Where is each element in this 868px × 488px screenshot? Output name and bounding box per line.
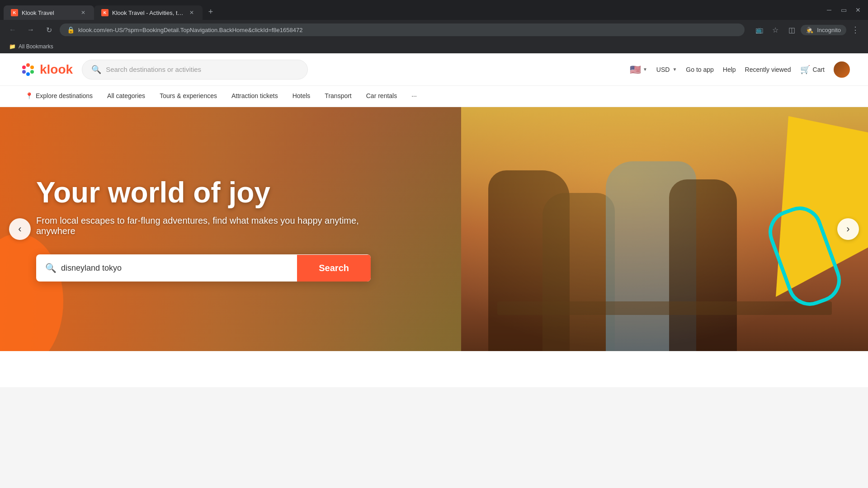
tab1-favicon: K	[11, 9, 18, 16]
browser-chrome: K Klook Travel ✕ K Klook Travel - Activi…	[0, 0, 868, 53]
incognito-label: Incognito	[817, 27, 841, 33]
hero-search-value: disneyland tokyo	[61, 263, 122, 273]
hero-subtitle: From local escapes to far-flung adventur…	[36, 216, 371, 236]
folder-icon: 📁	[9, 43, 16, 50]
close-button[interactable]: ✕	[852, 4, 864, 16]
nav-tours-experiences[interactable]: Tours & experiences	[152, 86, 224, 107]
currency-chevron-icon: ▼	[672, 67, 677, 72]
flag-icon: 🇺🇸	[630, 64, 641, 75]
reload-button[interactable]: ↻	[42, 23, 56, 37]
profile-switcher-icon[interactable]: ◫	[784, 23, 799, 37]
go-to-app-label: Go to app	[686, 66, 714, 73]
user-avatar[interactable]	[834, 61, 850, 78]
go-to-app-link[interactable]: Go to app	[686, 66, 714, 73]
nav-categories-label: All categories	[107, 92, 145, 99]
more-menu-icon[interactable]: ⋮	[848, 23, 863, 37]
tab2-favicon: K	[101, 9, 108, 16]
tab1-title: Klook Travel	[22, 9, 76, 16]
klook-logo-text: klook	[40, 62, 73, 77]
nav-hotels[interactable]: Hotels	[285, 86, 318, 107]
nav-transport[interactable]: Transport	[317, 86, 359, 107]
nav-all-categories[interactable]: All categories	[100, 86, 152, 107]
cart-icon: 🛒	[800, 65, 810, 75]
browser-toolbar: ← → ↻ 🔒 klook.com/en-US/?spm=BookingDeta…	[0, 20, 868, 40]
back-button[interactable]: ←	[5, 23, 20, 37]
tab1-close[interactable]: ✕	[80, 9, 87, 16]
hero-search-button[interactable]: Search	[297, 255, 371, 282]
toolbar-actions: 📺 ☆ ◫ 🕵️ Incognito ⋮	[752, 23, 863, 37]
header-search-placeholder: Search destinations or activities	[106, 66, 201, 73]
svg-point-6	[22, 66, 26, 69]
hero-search-field[interactable]: 🔍 disneyland tokyo	[36, 254, 297, 282]
nav-attraction-tickets[interactable]: Attraction tickets	[224, 86, 285, 107]
bookmarks-folder[interactable]: 📁 All Bookmarks	[5, 42, 57, 52]
klook-website: klook 🔍 Search destinations or activitie…	[0, 53, 868, 387]
header-search-icon: 🔍	[91, 65, 101, 75]
tab2-close[interactable]: ✕	[188, 9, 195, 16]
maximize-button[interactable]: ▭	[837, 4, 850, 16]
bookmarks-label: All Bookmarks	[19, 43, 53, 50]
hero-next-button[interactable]: ›	[837, 218, 859, 240]
address-icon: 🔒	[67, 26, 75, 33]
hero-next-icon: ›	[846, 223, 849, 235]
new-tab-button[interactable]: +	[203, 4, 219, 20]
svg-point-4	[26, 72, 30, 76]
window-controls: ─ ▭ ✕	[823, 4, 868, 16]
site-header: klook 🔍 Search destinations or activitie…	[0, 53, 868, 86]
help-label: Help	[723, 66, 736, 73]
forward-button[interactable]: →	[24, 23, 38, 37]
hero-search-box: 🔍 disneyland tokyo Search	[36, 254, 371, 282]
nav-car-label: Car rentals	[366, 92, 397, 99]
svg-point-1	[26, 63, 30, 67]
nav-attractions-label: Attraction tickets	[231, 92, 278, 99]
hero-prev-icon: ‹	[18, 223, 21, 235]
nav-explore-destinations[interactable]: 📍 Explore destinations	[18, 86, 100, 107]
nav-more[interactable]: ···	[404, 86, 424, 107]
header-search-bar[interactable]: 🔍 Search destinations or activities	[82, 60, 308, 80]
svg-point-2	[30, 66, 34, 69]
location-pin-icon: 📍	[25, 92, 33, 99]
hero-content: Your world of joy From local escapes to …	[0, 150, 407, 309]
tab2-title: Klook Travel - Activities, tours,	[112, 9, 184, 16]
incognito-chip[interactable]: 🕵️ Incognito	[801, 25, 846, 35]
recently-viewed-label: Recently viewed	[745, 66, 791, 73]
address-bar[interactable]: 🔒 klook.com/en-US/?spm=BookingDetail.Top…	[60, 23, 745, 36]
svg-point-5	[22, 70, 26, 74]
nav-car-rentals[interactable]: Car rentals	[359, 86, 404, 107]
minimize-button[interactable]: ─	[823, 4, 835, 16]
currency-label: USD	[656, 66, 670, 73]
browser-tabs-row: K Klook Travel ✕ K Klook Travel - Activi…	[0, 0, 868, 20]
header-actions: 🇺🇸 ▼ USD ▼ Go to app Help Recently viewe…	[630, 61, 850, 78]
language-selector[interactable]: 🇺🇸 ▼	[630, 64, 647, 75]
klook-logo-icon	[18, 60, 38, 80]
bookmarks-bar: 📁 All Bookmarks	[0, 40, 868, 53]
currency-selector[interactable]: USD ▼	[656, 66, 677, 73]
cart-label: Cart	[813, 66, 825, 73]
nav-tours-label: Tours & experiences	[160, 92, 217, 99]
cart-link[interactable]: 🛒 Cart	[800, 65, 825, 75]
nav-hotels-label: Hotels	[292, 92, 311, 99]
cast-icon[interactable]: 📺	[752, 23, 766, 37]
chevron-down-icon: ▼	[643, 67, 647, 72]
hero-title: Your world of joy	[36, 177, 371, 208]
recently-viewed-link[interactable]: Recently viewed	[745, 66, 791, 73]
nav-transport-label: Transport	[325, 92, 351, 99]
klook-logo[interactable]: klook	[18, 60, 73, 80]
help-link[interactable]: Help	[723, 66, 736, 73]
below-hero-strip	[0, 351, 868, 387]
hero-search-icon: 🔍	[45, 263, 57, 273]
svg-point-3	[30, 70, 34, 74]
incognito-icon: 🕵️	[806, 27, 813, 33]
nav-explore-label: Explore destinations	[36, 92, 93, 99]
address-text: klook.com/en-US/?spm=BookingDetail.TopNa…	[78, 27, 302, 33]
browser-tab-1[interactable]: K Klook Travel ✕	[4, 5, 94, 20]
hero-section: Your world of joy From local escapes to …	[0, 107, 868, 351]
browser-tab-2[interactable]: K Klook Travel - Activities, tours, ✕	[94, 5, 203, 20]
site-nav: 📍 Explore destinations All categories To…	[0, 86, 868, 107]
hero-prev-button[interactable]: ‹	[9, 218, 31, 240]
bookmark-star-icon[interactable]: ☆	[768, 23, 783, 37]
more-icon: ···	[411, 92, 417, 99]
